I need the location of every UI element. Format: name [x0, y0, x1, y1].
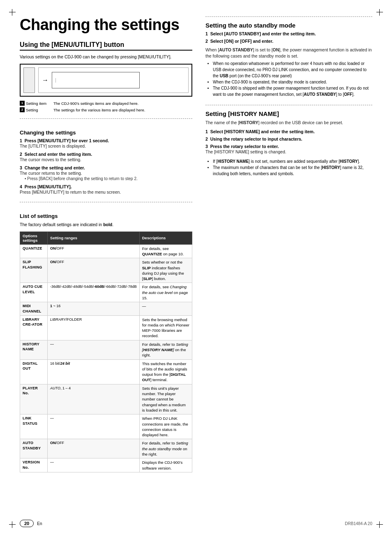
- diagram-display-content: │: [55, 78, 57, 82]
- diagram-display-box: │: [52, 72, 140, 88]
- table-row: DIGITAL OUT 16 bit/24 bit This switches …: [20, 359, 192, 384]
- table-header-options: Options settings: [20, 231, 48, 244]
- diagram-arrow: →: [42, 76, 48, 84]
- diagram-label2-val: The settings for the various items are d…: [53, 107, 192, 113]
- standby-bullets: When no operation whatsoever is performe…: [205, 60, 372, 97]
- diagram-labels: 1 Setting item The CDJ-900's settings it…: [20, 101, 192, 113]
- bullet-item: When the CDJ-900 is operated, the standb…: [213, 79, 372, 85]
- section-list-intro: The factory default settings are indicat…: [20, 222, 192, 228]
- table-row: QUANTIZE ON/OFF For details, see QUANTIZ…: [20, 244, 192, 258]
- standby-step-1: 1 Select [AUTO STANDBY] and enter the se…: [205, 31, 372, 36]
- table-row: SLIP FLASHING ON/OFF Sets whether or not…: [20, 258, 192, 283]
- standby-intro: When [AUTO STANDBY] is set to [ON], the …: [205, 47, 372, 59]
- page: Changing the settings Using the [MENU/UT…: [0, 0, 392, 537]
- history-step-1: 1 Select [HISTORY NAME] and enter the se…: [205, 129, 372, 134]
- table-header-desc: Descriptions: [139, 231, 192, 244]
- bullet-item: If [HISTORY NAME] is not set, numbers ar…: [213, 158, 372, 164]
- section-menu-utility-title: Using the [MENU/UTILITY] button: [20, 41, 192, 51]
- diagram-label1-val: The CDJ-900's settings items are display…: [53, 101, 192, 106]
- page-number: 20: [20, 520, 34, 527]
- bullet-item: The CDJ-900 is shipped with the power ma…: [213, 85, 372, 97]
- standby-step-2: 2 Select [ON] or [OFF] and enter.: [205, 39, 372, 44]
- settings-table: Options settings Setting ranges Descript…: [20, 231, 192, 472]
- table-row: PLAYER No. AUTO, 1 – 4 Sets this unit's …: [20, 384, 192, 414]
- step-2: 2 Select and enter the setting item. The…: [20, 152, 192, 163]
- diagram-label2-key: 2 Setting: [20, 107, 53, 113]
- bullet-item: The maximum number of characters that ca…: [213, 164, 372, 177]
- section-menu-utility-intro: Various settings on the CDJ-900 can be c…: [20, 54, 192, 60]
- table-row: VERSION No. — Displays the CDJ-900's sof…: [20, 458, 192, 472]
- history-step-3: 3 Press the rotary selector to enter. Th…: [205, 144, 372, 155]
- section-history-name: Setting [HISTORY NAME] The name of the […: [205, 105, 372, 176]
- history-intro: The name of the [HISTORY] recorded on th…: [205, 120, 372, 126]
- history-bullets: If [HISTORY NAME] is not set, numbers ar…: [205, 158, 372, 177]
- table-row: LIBRARY CRE-ATOR LIBRARY/FOLDER Sets the…: [20, 315, 192, 340]
- table-header-ranges: Setting ranges: [48, 231, 140, 244]
- display-diagram: → │: [20, 64, 192, 97]
- footer-lang: En: [37, 521, 42, 526]
- table-row: AUTO CUE LEVEL -36dB/-42dB/-48dB/-54dB/-…: [20, 283, 192, 302]
- step-1: 1 Press [MENU/UTILITY] for over 1 second…: [20, 138, 192, 149]
- auto-standby-title: Setting the auto standby mode: [205, 22, 372, 29]
- history-step-2: 2 Using the rotary selector to input cha…: [205, 137, 372, 141]
- left-column: Changing the settings Using the [MENU/UT…: [20, 16, 192, 479]
- section-list: List of settings The factory default set…: [20, 202, 192, 472]
- table-row: AUTO STANDBY ON/OFF For details, refer t…: [20, 439, 192, 458]
- footer-left: 20 En: [20, 520, 42, 527]
- section-list-title: List of settings: [20, 213, 192, 219]
- step-4: 4 Press [MENU/UTILITY]. Press [MENU/UTIL…: [20, 184, 192, 195]
- right-column: Setting the auto standby mode 1 Select […: [205, 16, 372, 479]
- section-changing: Changing the settings 1 Press [MENU/UTIL…: [20, 118, 192, 195]
- bullet-item: When no operation whatsoever is performe…: [213, 60, 372, 79]
- diagram-label1-key: 1 Setting item: [20, 101, 53, 106]
- doc-ref: DRB1484-A 20: [345, 521, 372, 526]
- page-title: Changing the settings: [20, 16, 192, 34]
- page-footer: 20 En DRB1484-A 20: [20, 520, 372, 527]
- table-row: LINK STATUS — When PRO DJ LINK connectio…: [20, 414, 192, 439]
- section-auto-standby: Setting the auto standby mode 1 Select […: [205, 16, 372, 97]
- history-name-title: Setting [HISTORY NAME]: [205, 110, 372, 117]
- section-changing-title: Changing the settings: [20, 130, 192, 136]
- table-row: MIDI CHANNEL 1 ~ 16 —: [20, 302, 192, 315]
- table-row: HISTORY NAME — For details, refer to Set…: [20, 340, 192, 359]
- step-3: 3 Change the setting and enter. The curs…: [20, 165, 192, 182]
